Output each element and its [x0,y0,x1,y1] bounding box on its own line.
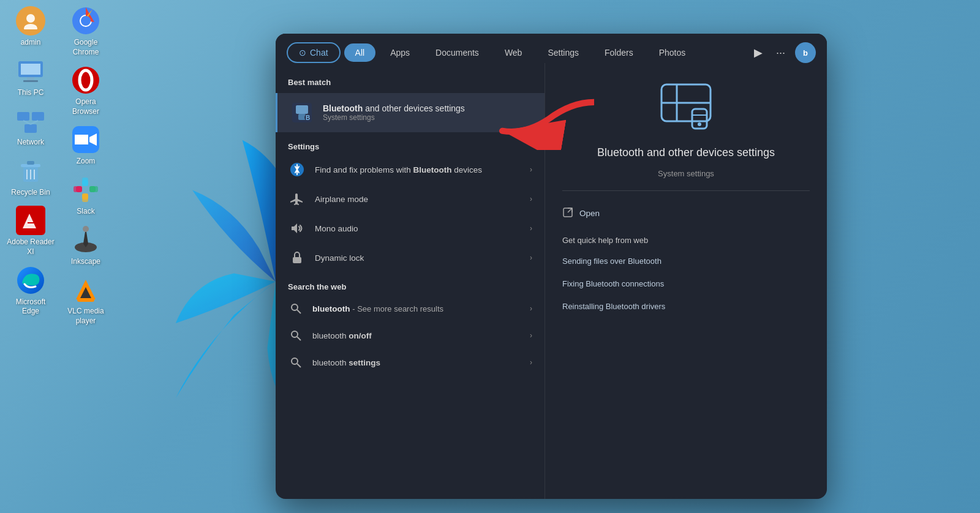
web-query-bold-1: bluetooth [312,304,350,313]
svg-rect-30 [82,178,88,181]
desktop-icon-recycle-label: Recycle Bin [11,188,50,198]
desktop-icon-chrome[interactable]: Google Chrome [61,6,110,57]
tab-apps-label: Apps [390,48,410,58]
svg-marker-42 [292,223,297,233]
right-panel: Bluetooth and other devices settings Sys… [545,63,827,499]
tab-all-label: All [355,48,365,58]
desktop-icon-recycle[interactable]: Recycle Bin [6,156,55,198]
desktop-icon-admin-label: admin [21,38,41,48]
web-section-label: Search the web [276,279,545,295]
bing-button[interactable]: b [795,42,816,63]
rp-bluetooth-icon [658,81,714,137]
svg-rect-17 [28,222,34,223]
web-search-section: Search the web bluetooth - See more sear… [276,279,545,376]
desktop-icon-slack[interactable]: Slack [61,175,110,217]
tab-web[interactable]: Web [494,43,533,62]
tab-folders[interactable]: Folders [594,43,644,62]
chevron-icon-4: › [530,253,532,262]
tab-all[interactable]: All [344,43,376,62]
svg-line-9 [23,121,31,124]
tab-chat[interactable]: ⊙ Chat [287,42,341,63]
rp-title: Bluetooth and other devices settings [562,146,810,159]
tab-documents[interactable]: Documents [424,43,490,62]
tab-apps[interactable]: Apps [379,43,421,62]
tabs-bar: ⊙ Chat All Apps Documents Web Settings F… [276,34,827,63]
svg-rect-13 [27,161,34,165]
desktop-icon-edge[interactable]: Microsoft Edge [6,266,55,316]
svg-point-48 [292,358,298,364]
svg-point-55 [698,122,701,126]
svg-rect-43 [293,257,301,263]
chevron-icon-7: › [530,358,532,367]
desktop-icon-network[interactable]: Network [6,106,55,148]
best-match-subtitle: System settings [323,113,465,122]
dynamic-lock-text: Dynamic lock [315,253,521,263]
tab-settings-label: Settings [548,48,579,58]
setting-airplane-mode[interactable]: Airplane mode › [276,184,545,214]
svg-point-46 [292,331,298,337]
bing-icon: b [803,48,808,58]
desktop-icon-thispc[interactable]: This PC [6,56,55,98]
rp-quick-help: Get quick help from web [562,236,810,245]
tab-settings[interactable]: Settings [537,43,590,62]
chevron-icon-1: › [530,165,532,174]
desktop-icon-inkscape[interactable]: Inkscape [61,225,110,267]
svg-rect-35 [77,298,94,302]
best-match-item[interactable]: B Bluetooth and other devices settings S… [276,93,545,132]
web-search-settings[interactable]: bluetooth settings › [276,349,545,376]
svg-point-44 [292,304,298,310]
setting-fix-bluetooth[interactable]: Find and fix problems with Bluetooth dev… [276,155,545,184]
svg-rect-37 [296,105,308,114]
search-content: Best match B Bluetooth and other devices… [276,63,827,499]
desktop-icon-zoom-label: Zoom [77,157,96,167]
rp-help-link-2[interactable]: Fixing Bluetooth connections [562,277,810,290]
rp-help-link-1[interactable]: Sending files over Bluetooth [562,255,810,268]
svg-rect-31 [94,186,98,192]
rp-divider [562,190,810,191]
bluetooth-icon [288,160,306,179]
search-icon-2 [288,328,304,343]
bluetooth-device-icon: B [290,100,314,125]
desktop-icon-adobe[interactable]: Adobe Reader XI [6,206,55,256]
svg-point-34 [83,226,89,232]
tab-chat-label: Chat [310,48,328,58]
desktop-icon-admin[interactable]: admin [6,6,55,48]
svg-rect-3 [21,64,40,75]
mono-audio-text: Mono audio [315,224,521,233]
best-match-text: Bluetooth and other devices settings Sys… [323,103,465,122]
best-match-title-rest: and other devices settings [363,103,465,113]
desktop-icon-vlc-label: VLC media player [61,307,110,326]
desktop-icon-vlc[interactable]: VLC media player [61,275,110,326]
play-button[interactable]: ▶ [750,43,766,62]
desktop-icon-zoom[interactable]: Zoom [61,125,110,167]
tab-photos[interactable]: Photos [648,43,697,62]
svg-line-10 [31,121,38,124]
tabs-right-controls: ▶ ··· b [750,42,816,63]
chevron-icon-3: › [530,224,532,233]
web-search-bluetooth[interactable]: bluetooth - See more search results › [276,295,545,322]
rp-open-label: Open [579,209,600,218]
setting-dynamic-lock[interactable]: Dynamic lock › [276,243,545,272]
settings-section-label: Settings [276,138,545,155]
desktop-icon-network-label: Network [17,138,44,148]
rp-open-action[interactable]: Open [562,203,810,223]
rp-help-link-3[interactable]: Reinstalling Bluetooth drivers [562,300,810,313]
svg-rect-32 [82,198,88,202]
chevron-icon-2: › [530,195,532,203]
tab-documents-label: Documents [435,48,479,58]
speaker-icon [288,219,306,238]
web-search-onoff[interactable]: bluetooth on/off › [276,322,545,349]
svg-line-57 [568,208,572,212]
desktop-icon-opera-label: Opera Browser [61,97,110,116]
more-button[interactable]: ··· [772,44,789,62]
tab-photos-label: Photos [659,48,686,58]
chevron-icon-6: › [530,331,532,340]
desktop-icons-col1: admin This PC Network [6,6,55,316]
desktop-icon-opera[interactable]: Opera Browser [61,66,110,116]
svg-point-21 [81,16,91,26]
search-popup: ⊙ Chat All Apps Documents Web Settings F… [276,34,827,499]
best-match-title-bold: Bluetooth [323,103,363,113]
setting-mono-audio[interactable]: Mono audio › [276,214,545,243]
lock-icon [288,249,306,267]
chat-icon: ⊙ [299,48,306,58]
